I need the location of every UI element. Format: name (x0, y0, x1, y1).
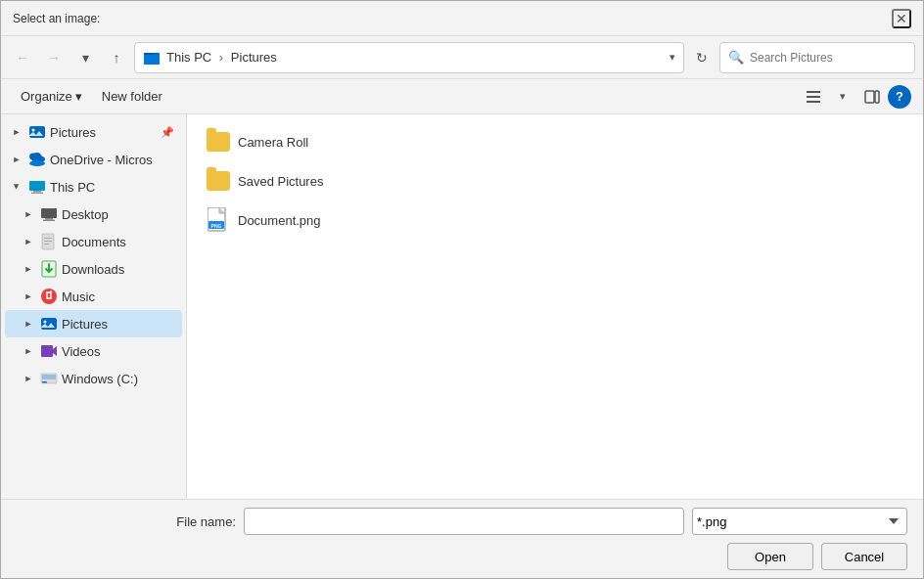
svg-rect-23 (41, 345, 53, 357)
organize-label: Organize (21, 89, 72, 104)
sidebar-item-this-pc[interactable]: ► This PC (5, 173, 182, 200)
svg-rect-14 (43, 220, 55, 222)
sidebar: ► Pictures 📌 ► (1, 114, 187, 499)
dialog-title: Select an image: (13, 12, 100, 25)
navigation-bar: ← → ▾ ↑ This PC › Pictures ▾ ↻ 🔍 (1, 36, 923, 79)
desktop-icon (40, 205, 58, 223)
svg-rect-9 (29, 181, 45, 191)
sidebar-item-windows-c[interactable]: ► Windows (C:) (5, 365, 182, 392)
address-pictures: Pictures (231, 50, 277, 65)
sidebar-item-pictures[interactable]: ► Pictures (5, 310, 182, 337)
sidebar-item-onedrive[interactable]: ► OneDrive - Micros (5, 146, 182, 173)
address-folder-icon (143, 49, 161, 67)
search-bar[interactable]: 🔍 (719, 42, 915, 73)
address-dropdown-icon[interactable]: ▾ (670, 51, 675, 64)
bottom-bar: File name: *.png *.jpg *.gif *.bmp All f… (1, 499, 923, 578)
sidebar-item-music[interactable]: ► Music (5, 283, 182, 310)
svg-rect-6 (29, 126, 45, 138)
recent-locations-button[interactable]: ▾ (71, 44, 99, 71)
windows-drive-icon (40, 370, 58, 387)
sidebar-label-pictures-pin: Pictures (50, 125, 96, 140)
file-type-select[interactable]: *.png *.jpg *.gif *.bmp All files (*.*) (692, 508, 907, 535)
svg-point-8 (29, 160, 45, 166)
pin-icon: 📌 (161, 126, 174, 139)
open-button[interactable]: Open (727, 543, 813, 570)
svg-rect-4 (865, 91, 874, 103)
main-area: ► Pictures 📌 ► (1, 114, 923, 499)
close-button[interactable]: ✕ (892, 9, 911, 28)
file-name-camera-roll: Camera Roll (238, 135, 308, 150)
sidebar-label-downloads: Downloads (62, 262, 124, 277)
sidebar-label-onedrive: OneDrive - Micros (50, 153, 153, 167)
sidebar-label-this-pc: This PC (50, 180, 95, 195)
file-item-camera-roll[interactable]: Camera Roll (199, 126, 316, 157)
sidebar-label-videos: Videos (62, 344, 101, 359)
svg-point-20 (41, 289, 57, 304)
forward-button[interactable]: → (40, 44, 68, 71)
this-pc-icon (28, 178, 46, 196)
svg-rect-17 (44, 241, 52, 242)
view-options-button[interactable]: ▾ (829, 83, 856, 111)
dialog-buttons: Open Cancel (17, 543, 907, 570)
sidebar-item-videos[interactable]: ► Videos (5, 337, 182, 365)
cancel-button[interactable]: Cancel (821, 543, 907, 570)
back-button[interactable]: ← (9, 44, 36, 71)
new-folder-button[interactable]: New folder (94, 86, 170, 107)
preview-pane-button[interactable] (858, 83, 886, 111)
list-icon (806, 89, 821, 105)
svg-rect-13 (45, 218, 53, 220)
expand-arrow-downloads: ► (21, 261, 36, 277)
svg-rect-3 (807, 101, 820, 103)
sidebar-label-documents: Documents (62, 235, 126, 249)
svg-rect-12 (41, 208, 57, 218)
address-bar[interactable]: This PC › Pictures ▾ (134, 42, 684, 73)
documents-icon (40, 233, 58, 250)
sidebar-label-desktop: Desktop (62, 207, 109, 222)
pictures-icon (28, 123, 46, 141)
refresh-button[interactable]: ↻ (688, 44, 716, 71)
help-button[interactable]: ? (888, 85, 911, 109)
expand-arrow-videos: ► (21, 343, 36, 359)
toolbar-right: ▾ ? (800, 83, 911, 111)
downloads-icon (40, 260, 58, 278)
svg-rect-21 (41, 318, 57, 330)
svg-point-7 (32, 129, 35, 132)
expand-arrow-windows-c: ► (21, 371, 36, 386)
search-input[interactable] (750, 51, 906, 65)
file-name-field[interactable] (244, 508, 684, 535)
sidebar-item-desktop[interactable]: ► Desktop (5, 200, 182, 228)
address-sep1: › (219, 50, 223, 65)
folder-icon-camera-roll (207, 130, 230, 154)
address-path: This PC › Pictures (166, 50, 664, 65)
file-dialog: Select an image: ✕ ← → ▾ ↑ This PC › Pic… (0, 0, 924, 579)
sidebar-label-pictures: Pictures (62, 317, 108, 332)
preview-icon (864, 89, 880, 105)
svg-rect-5 (875, 91, 879, 103)
png-file-icon: PNG (207, 208, 230, 232)
up-button[interactable]: ↑ (103, 44, 130, 71)
music-icon (40, 288, 58, 305)
sidebar-item-downloads[interactable]: ► Downloads (5, 255, 182, 283)
file-item-saved-pictures[interactable]: Saved Pictures (199, 165, 331, 197)
organize-button[interactable]: Organize ▾ (13, 86, 90, 107)
svg-rect-16 (44, 238, 52, 239)
pictures-folder-icon (40, 315, 58, 333)
onedrive-icon (28, 151, 46, 168)
view-list-button[interactable] (800, 83, 827, 111)
sidebar-item-pictures-pin[interactable]: ► Pictures 📌 (5, 118, 182, 146)
folder-icon-saved-pictures (207, 169, 230, 193)
help-label: ? (896, 89, 903, 104)
svg-rect-18 (44, 244, 49, 245)
file-item-document-png[interactable]: PNG Document.png (199, 204, 329, 236)
sidebar-label-music: Music (62, 290, 95, 304)
sidebar-item-documents[interactable]: ► Documents (5, 228, 182, 255)
svg-rect-11 (31, 193, 43, 195)
expand-arrow-music: ► (21, 289, 36, 304)
expand-arrow-pictures: ► (21, 316, 36, 332)
expand-arrow-onedrive: ► (9, 152, 24, 167)
file-name-document-png: Document.png (238, 213, 321, 228)
search-icon: 🔍 (728, 50, 744, 65)
content-area: Camera Roll Saved Pictures PNG (187, 114, 923, 499)
expand-arrow-documents: ► (21, 234, 36, 249)
view-options-icon: ▾ (840, 90, 846, 103)
